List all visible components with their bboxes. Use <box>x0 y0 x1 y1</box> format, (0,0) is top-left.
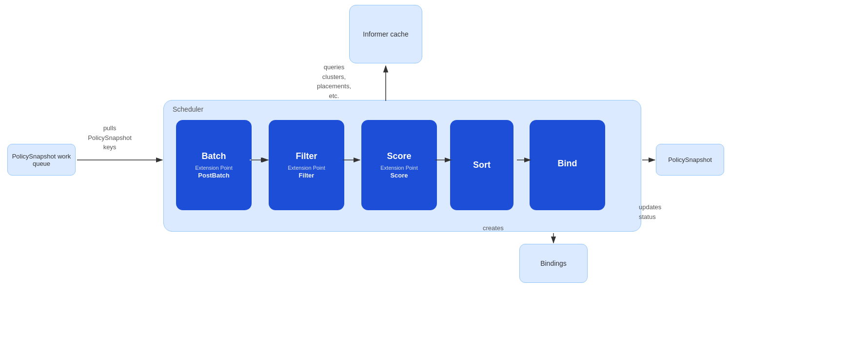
score-subtitle: Extension Point <box>380 164 417 172</box>
batch-step: Batch Extension Point PostBatch <box>176 120 252 210</box>
updates-label: updatesstatus <box>639 202 661 221</box>
sort-step: Sort <box>450 120 513 210</box>
filter-step: Filter Extension Point Filter <box>269 120 344 210</box>
scheduler-container: Scheduler Batch Extension Point PostBatc… <box>163 100 641 232</box>
filter-title: Filter <box>296 151 317 161</box>
scheduler-label: Scheduler <box>173 105 203 113</box>
bind-title: Bind <box>558 159 577 169</box>
policy-snapshot-output-box: PolicySnapshot <box>656 144 724 176</box>
creates-label: creates <box>483 224 504 232</box>
policy-snapshot-queue-label: PolicySnapshot work queue <box>8 153 75 167</box>
informer-cache-label: Informer cache <box>363 30 408 38</box>
sort-title: Sort <box>473 160 491 170</box>
bindings-label: Bindings <box>540 259 567 267</box>
pulls-label: pullsPolicySnapshotkeys <box>85 123 134 152</box>
score-subtitle-bold: Score <box>390 172 408 179</box>
score-step: Score Extension Point Score <box>361 120 437 210</box>
queries-label: queriesclusters,placements,etc. <box>312 62 356 100</box>
policy-snapshot-queue-box: PolicySnapshot work queue <box>7 144 76 176</box>
informer-cache-box: Informer cache <box>349 5 422 63</box>
diagram: Informer cache PolicySnapshot work queue… <box>0 0 868 357</box>
filter-subtitle-bold: Filter <box>299 172 315 179</box>
filter-subtitle: Extension Point <box>288 164 325 172</box>
score-title: Score <box>387 151 411 161</box>
bind-step: Bind <box>530 120 605 210</box>
batch-subtitle-bold: PostBatch <box>198 172 229 179</box>
batch-title: Batch <box>201 151 226 161</box>
policy-snapshot-output-label: PolicySnapshot <box>668 156 712 163</box>
bindings-box: Bindings <box>519 244 588 283</box>
batch-subtitle: Extension Point <box>195 164 232 172</box>
